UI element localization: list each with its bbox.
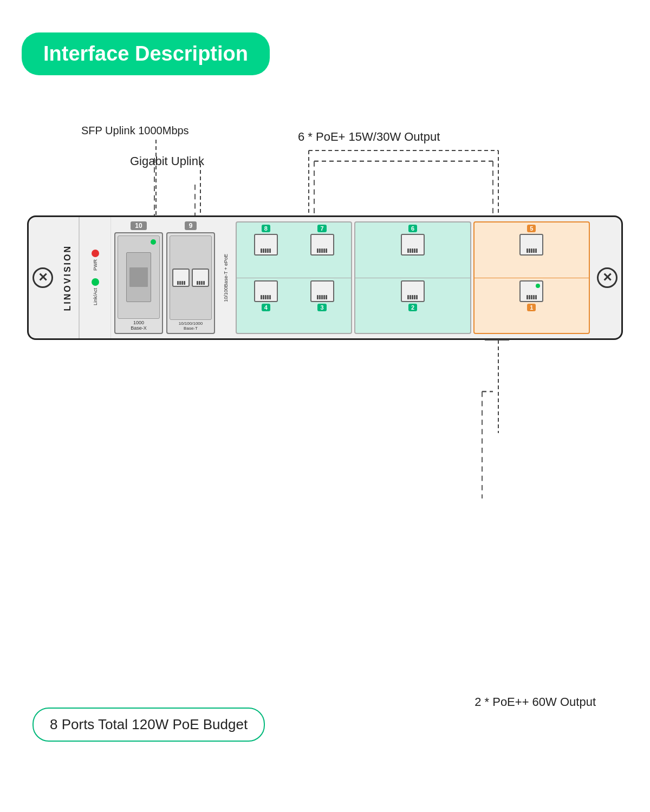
port-group-5: 5: [473, 221, 590, 334]
switch-device: ✕ LINOVISION PWR Link/Act: [27, 215, 623, 340]
port-group-bottom: 4: [237, 278, 351, 333]
rj45-port-2: [401, 280, 425, 302]
left-screw-circle: ✕: [32, 267, 53, 288]
header-title: Interface Description: [43, 42, 248, 65]
led-linkact-label: Link/Act: [93, 288, 98, 305]
rj45-port-5: [519, 234, 543, 256]
rj45-uplink-inner: [170, 235, 212, 320]
port-8-container: 8: [239, 225, 293, 276]
brand-text: LINOVISION: [63, 245, 73, 311]
sfp-module: [126, 252, 151, 302]
port-3-badge: 3: [317, 304, 326, 311]
left-connector: [27, 272, 29, 288]
rj45-port-7: [310, 234, 334, 256]
left-screw: ✕: [29, 217, 57, 338]
label-poe-plus: 6 * PoE+ 15W/30W Output: [298, 130, 440, 144]
sfp-port-label: 1000Base-X: [131, 320, 147, 331]
port-6-badge: 6: [408, 225, 417, 232]
port-6-container: 6: [358, 225, 467, 276]
port-5-container: 5: [477, 225, 587, 276]
port-1-container: 1: [477, 280, 587, 331]
port-8-badge: 8: [262, 225, 270, 232]
rj45-uplink-label: 10/100/1000Base-T: [179, 321, 203, 331]
rj45-port-4: [254, 280, 278, 302]
sfp-cage: 1000Base-X: [114, 232, 163, 334]
port-2-badge: 2: [408, 304, 417, 311]
led-pwr-label: PWR: [93, 259, 98, 271]
led-pwr-group: PWR: [92, 250, 99, 271]
port-9-badge: 9: [185, 221, 197, 230]
rj45-uplink-cage: 10/100/1000Base-T: [166, 232, 215, 334]
led-pwr-dot: [92, 250, 99, 257]
sfp-port-group: 10 1000Base-X: [114, 221, 163, 334]
diagram-area: SFP Uplink 1000Mbps Gigabit Uplink 6 * P…: [22, 125, 628, 725]
brand-section: LINOVISION: [57, 217, 80, 338]
sfp-cage-inner: [118, 235, 160, 319]
port-4-badge: 4: [262, 304, 270, 311]
led-linkact-dot: [92, 278, 99, 286]
ports-section: 10 1000Base-X: [111, 217, 593, 338]
port-3-container: 3: [295, 280, 349, 331]
label-sfp-uplink: SFP Uplink 1000Mbps: [81, 125, 189, 137]
leds-section: PWR Link/Act: [80, 217, 111, 338]
label-poe-plusplus: 2 * PoE++ 60W Output: [474, 695, 596, 709]
dashed-lines-svg: [22, 125, 628, 725]
rj45-uplink-port-1: [172, 269, 190, 287]
right-screw-circle: ✕: [597, 267, 618, 288]
port-5-badge: 5: [527, 225, 536, 232]
port-10-badge: 10: [131, 221, 146, 230]
rj45-uplink-group: 9: [166, 221, 215, 334]
right-screw: ✕: [593, 217, 621, 338]
label-gigabit-uplink: Gigabit Uplink: [130, 154, 204, 168]
rj45-uplink-port-2: [192, 269, 209, 287]
port-4-container: 4: [239, 280, 293, 331]
port-7-badge: 7: [317, 225, 326, 232]
port-group-6: 6: [354, 221, 471, 334]
epoe-label-container: 10/100Base-T + ePoE: [218, 221, 233, 334]
port-group-8-7: 8: [236, 221, 352, 334]
budget-badge: 8 Ports Total 120W PoE Budget: [32, 708, 265, 742]
rj45-port-6: [401, 234, 425, 256]
port-group-top: 8: [237, 222, 351, 278]
port-1-led: [536, 284, 540, 288]
rj45-port-8: [254, 234, 278, 256]
budget-label: 8 Ports Total 120W PoE Budget: [50, 716, 248, 732]
led-linkact-group: Link/Act: [92, 278, 99, 305]
rj45-port-3: [310, 280, 334, 302]
annotation-lines: [22, 125, 628, 725]
epoe-label-text: 10/100Base-T + ePoE: [223, 254, 229, 302]
port-7-container: 7: [295, 225, 349, 276]
port-1-badge: 1: [527, 304, 536, 311]
header-badge: Interface Description: [22, 32, 270, 75]
page-container: Interface Description SFP Uplink 1000Mbp…: [0, 0, 650, 812]
epoe-section: 10/100Base-T + ePoE 8: [218, 221, 590, 334]
rj45-port-1: [519, 280, 543, 302]
port-2-container: 2: [358, 280, 467, 331]
sfp-led: [151, 239, 156, 245]
